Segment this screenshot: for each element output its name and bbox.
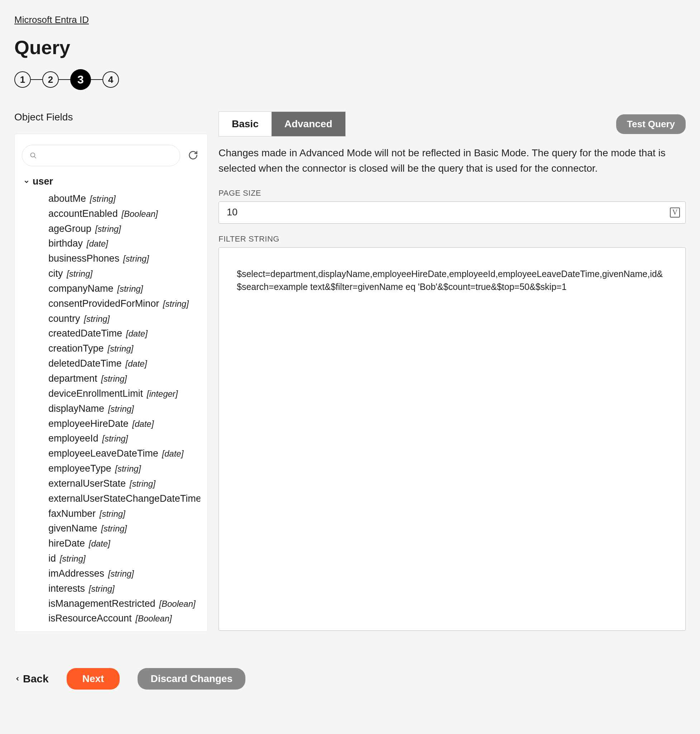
field-name: employeeType [49,463,112,474]
field-type: [string] [115,284,143,293]
filter-string-label: FILTER STRING [219,234,686,244]
step-connector [31,79,42,80]
field-type: [string] [82,314,110,324]
field-item[interactable]: employeeId [string] [49,431,200,446]
field-name: businessPhones [49,253,119,264]
field-name: creationType [49,343,104,354]
field-type: [string] [105,344,134,354]
field-item[interactable]: creationType [string] [49,341,200,356]
discard-button[interactable]: Discard Changes [138,668,246,690]
field-name: hireDate [49,538,85,549]
field-name: externalUserStateChangeDateTime [49,493,200,504]
field-type: [string] [86,584,115,594]
field-type: [string] [127,479,156,488]
field-item[interactable]: deviceEnrollmentLimit [integer] [49,386,200,401]
field-type: [integer] [144,389,178,398]
step-4[interactable]: 4 [103,71,119,88]
chevron-left-icon [14,676,21,682]
mode-note: Changes made in Advanced Mode will not b… [219,145,686,176]
refresh-button[interactable] [186,148,200,164]
field-type: [string] [160,299,189,309]
field-item[interactable]: externalUserState [string] [49,476,200,491]
field-type: [string] [97,509,125,519]
field-name: employeeLeaveDateTime [49,448,158,459]
field-item[interactable]: employeeType [string] [49,461,200,476]
field-name: id [49,553,56,564]
field-item[interactable]: companyName [string] [49,282,200,296]
step-2[interactable]: 2 [42,71,59,88]
field-item[interactable]: accountEnabled [Boolean] [49,206,200,221]
field-name: birthday [49,238,83,249]
field-name: deviceEnrollmentLimit [49,388,143,399]
field-item[interactable]: id [string] [49,551,200,566]
variable-badge-icon[interactable]: V [670,208,680,218]
svg-line-1 [34,157,36,158]
field-type: [Boolean] [157,599,196,609]
field-name: externalUserState [49,478,126,489]
field-item[interactable]: aboutMe [string] [49,192,200,206]
tab-advanced[interactable]: Advanced [272,112,346,136]
field-type: [string] [121,254,149,264]
field-name: accountEnabled [49,208,118,219]
field-item[interactable]: deletedDateTime [date] [49,356,200,371]
field-item[interactable]: interests [string] [49,581,200,596]
field-name: isResourceAccount [49,613,132,623]
field-name: aboutMe [49,193,86,204]
field-item[interactable]: department [string] [49,371,200,386]
field-type: [date] [123,359,147,368]
field-type: [date] [84,239,108,248]
field-name: createdDateTime [49,328,122,339]
field-item[interactable]: consentProvidedForMinor [string] [49,296,200,311]
field-type: [string] [106,404,134,414]
field-name: companyName [49,283,113,294]
field-name: employeeId [49,433,99,444]
field-item[interactable]: imAddresses [string] [49,566,200,581]
test-query-button[interactable]: Test Query [616,114,686,134]
filter-string-textarea[interactable] [219,247,686,631]
breadcrumb-link[interactable]: Microsoft Entra ID [14,14,89,25]
object-fields-panel: user aboutMe [string]accountEnabled [Boo… [14,134,208,632]
page-size-input[interactable] [219,201,686,224]
field-name: employeeHireDate [49,418,129,429]
field-type: [date] [86,539,110,548]
field-item[interactable]: city [string] [49,266,200,282]
field-type: [string] [93,224,121,234]
field-type: [Boolean] [119,209,158,219]
field-item[interactable]: birthday [date] [49,236,200,251]
step-connector [59,79,70,80]
field-item[interactable]: country [string] [49,311,200,327]
back-button[interactable]: Back [14,673,49,685]
next-button[interactable]: Next [67,668,120,690]
field-type: [string] [57,554,85,563]
field-name: city [49,268,63,279]
field-item[interactable]: faxNumber [string] [49,506,200,522]
tab-basic[interactable]: Basic [219,112,272,136]
field-item[interactable]: ageGroup [string] [49,221,200,237]
field-item[interactable]: isResourceAccount [Boolean] [49,611,200,626]
field-name: country [49,313,80,324]
step-1[interactable]: 1 [14,71,31,88]
field-item[interactable]: businessPhones [string] [49,251,200,266]
field-item[interactable]: hireDate [date] [49,536,200,551]
field-item[interactable]: createdDateTime [date] [49,326,200,341]
tree-node-user[interactable]: user [23,174,200,189]
field-item[interactable]: isManagementRestricted [Boolean] [49,596,200,612]
step-3[interactable]: 3 [70,69,91,90]
field-item[interactable]: employeeLeaveDateTime [date] [49,446,200,461]
field-name: interests [49,583,85,594]
field-item[interactable]: givenName [string] [49,521,200,536]
field-name: department [49,373,97,384]
refresh-icon [188,150,198,160]
field-type: [date] [130,419,154,429]
stepper: 1234 [14,69,686,90]
chevron-down-icon [23,178,30,185]
field-type: [string] [100,434,128,443]
page-size-label: PAGE SIZE [219,189,686,198]
field-name: isManagementRestricted [49,598,156,609]
field-item[interactable]: displayName [string] [49,401,200,416]
field-item[interactable]: externalUserStateChangeDateTime [date] [49,491,200,506]
field-item[interactable]: employeeHireDate [date] [49,416,200,432]
tree-node-label: user [32,174,53,189]
field-name: displayName [49,403,104,414]
fields-search-input[interactable] [22,145,180,166]
